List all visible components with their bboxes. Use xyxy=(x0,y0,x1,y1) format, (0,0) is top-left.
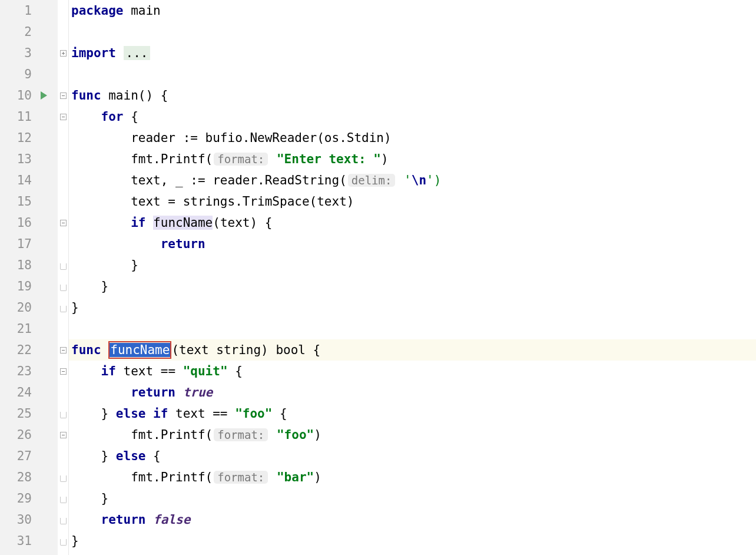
fold-cell xyxy=(58,0,68,21)
line-number[interactable]: 19 xyxy=(0,276,55,297)
fold-cell xyxy=(58,233,68,255)
fold-collapse-icon[interactable] xyxy=(60,114,67,120)
code-line[interactable]: } xyxy=(69,255,756,276)
code-line[interactable]: } xyxy=(69,276,756,297)
literal: false xyxy=(153,513,190,527)
fold-cell xyxy=(58,530,68,551)
line-number[interactable]: 14 xyxy=(0,170,55,191)
line-number[interactable]: 31 xyxy=(0,530,55,551)
fold-cell xyxy=(58,170,68,191)
line-number[interactable]: 30 xyxy=(0,509,55,530)
code-area[interactable]: package mainimport ...func main() { for … xyxy=(69,0,756,555)
fold-cell xyxy=(58,403,68,424)
line-number[interactable]: 26 xyxy=(0,424,55,445)
code-line[interactable]: fmt.Printf(format: "bar") xyxy=(69,467,756,488)
fold-cell xyxy=(58,297,68,318)
fold-cell xyxy=(58,318,68,339)
code-text: (text) { xyxy=(213,216,272,230)
code-line[interactable]: } xyxy=(69,488,756,509)
fold-end-icon[interactable] xyxy=(60,518,67,524)
line-number[interactable]: 13 xyxy=(0,148,55,170)
line-number[interactable]: 10 xyxy=(0,85,55,106)
fold-cell xyxy=(58,445,68,467)
code-line[interactable]: } else if text == "foo" { xyxy=(69,403,756,424)
code-line[interactable]: func funcName(text string) bool { xyxy=(69,339,756,361)
line-number[interactable]: 22 xyxy=(0,339,55,361)
rename-field[interactable]: funcName xyxy=(108,341,171,359)
line-number[interactable]: 16 xyxy=(0,212,55,233)
line-number[interactable]: 1 xyxy=(0,0,55,21)
fold-cell xyxy=(58,85,68,106)
code-text: text, _ := reader.ReadString( xyxy=(71,173,347,187)
fold-end-icon[interactable] xyxy=(60,412,67,418)
escape: \n xyxy=(412,173,426,187)
fold-end-icon[interactable] xyxy=(60,306,67,312)
code-line[interactable] xyxy=(69,64,756,85)
code-line[interactable]: func main() { xyxy=(69,85,756,106)
run-icon[interactable] xyxy=(41,91,47,100)
fold-expand-icon[interactable] xyxy=(60,50,67,57)
code-line[interactable] xyxy=(69,21,756,42)
string-literal: "foo" xyxy=(277,428,314,442)
code-line[interactable]: return true xyxy=(69,382,756,403)
keyword: return xyxy=(161,237,205,251)
line-number[interactable]: 29 xyxy=(0,488,55,509)
line-number[interactable]: 27 xyxy=(0,445,55,467)
fold-cell xyxy=(58,64,68,85)
fold-cell xyxy=(58,42,68,64)
line-number[interactable]: 9 xyxy=(0,64,55,85)
fold-collapse-icon[interactable] xyxy=(60,347,67,354)
fold-end-icon[interactable] xyxy=(60,263,67,270)
code-line[interactable]: if text == "quit" { xyxy=(69,361,756,382)
selected-text: funcName xyxy=(110,343,170,357)
fold-end-icon[interactable] xyxy=(60,475,67,482)
func-call: funcName xyxy=(153,216,213,230)
fold-column xyxy=(58,0,69,555)
code-text: reader := bufio.NewReader(os.Stdin) xyxy=(71,131,392,145)
code-line[interactable]: fmt.Printf(format: "Enter text: ") xyxy=(69,148,756,170)
string-literal: "foo" xyxy=(235,407,272,421)
code-text: main() { xyxy=(101,88,168,103)
code-line[interactable]: fmt.Printf(format: "foo") xyxy=(69,424,756,445)
code-line[interactable] xyxy=(69,318,756,339)
line-number[interactable]: 12 xyxy=(0,127,55,148)
line-number[interactable]: 15 xyxy=(0,191,55,212)
code-line[interactable]: for { xyxy=(69,106,756,127)
line-number[interactable]: 17 xyxy=(0,233,55,255)
fold-cell xyxy=(58,127,68,148)
keyword: return xyxy=(101,513,154,527)
line-number[interactable]: 21 xyxy=(0,318,55,339)
code-line[interactable]: text, _ := reader.ReadString(delim: '\n'… xyxy=(69,170,756,191)
line-number[interactable]: 2 xyxy=(0,21,55,42)
line-number[interactable]: 23 xyxy=(0,361,55,382)
line-number[interactable]: 11 xyxy=(0,106,55,127)
code-line[interactable]: reader := bufio.NewReader(os.Stdin) xyxy=(69,127,756,148)
code-line[interactable]: import ... xyxy=(69,42,756,64)
code-line[interactable]: return xyxy=(69,233,756,255)
line-number[interactable]: 28 xyxy=(0,467,55,488)
param-hint: delim: xyxy=(348,174,396,187)
code-line[interactable]: } else { xyxy=(69,445,756,467)
line-number[interactable]: 18 xyxy=(0,255,55,276)
line-number[interactable]: 24 xyxy=(0,382,55,403)
code-line[interactable]: package main xyxy=(69,0,756,21)
fold-cell xyxy=(58,509,68,530)
line-number[interactable]: 20 xyxy=(0,297,55,318)
fold-end-icon[interactable] xyxy=(60,285,67,291)
code-line[interactable]: return false xyxy=(69,509,756,530)
line-number[interactable]: 25 xyxy=(0,403,55,424)
fold-collapse-icon[interactable] xyxy=(60,432,67,438)
code-line[interactable]: } xyxy=(69,297,756,318)
fold-collapse-icon[interactable] xyxy=(60,92,67,99)
fold-collapse-icon[interactable] xyxy=(60,368,67,375)
identifier: main xyxy=(124,4,161,18)
folded-import[interactable]: ... xyxy=(124,46,151,60)
keyword: func xyxy=(71,88,101,103)
fold-end-icon[interactable] xyxy=(60,497,67,503)
fold-end-icon[interactable] xyxy=(60,539,67,546)
code-line[interactable]: text = strings.TrimSpace(text) xyxy=(69,191,756,212)
code-line[interactable]: if funcName(text) { xyxy=(69,212,756,233)
fold-collapse-icon[interactable] xyxy=(60,220,67,226)
code-line[interactable]: } xyxy=(69,530,756,551)
line-number[interactable]: 3 xyxy=(0,42,55,64)
